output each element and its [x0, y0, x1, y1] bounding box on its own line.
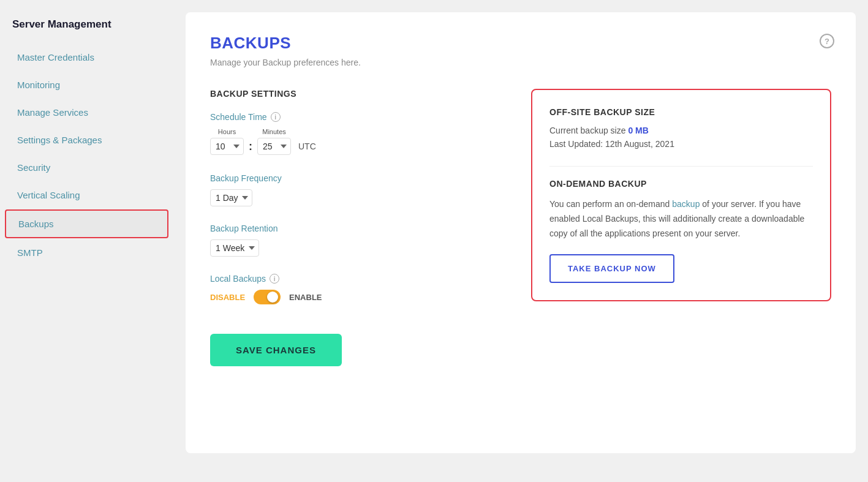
sidebar-item-monitoring[interactable]: Monitoring	[5, 72, 168, 98]
page-title: BACKUPS	[210, 34, 831, 53]
schedule-time-label: Schedule Time i	[210, 112, 507, 122]
offsite-heading: OFF-SITE BACKUP SIZE	[549, 107, 813, 117]
backup-retention-label: Backup Retention	[210, 224, 507, 233]
local-backups-info-icon[interactable]: i	[270, 274, 279, 284]
sidebar-item-backups[interactable]: Backups	[5, 209, 168, 238]
sidebar-item-master-credentials[interactable]: Master Credentials	[5, 44, 168, 70]
enable-label: ENABLE	[289, 293, 322, 302]
ondemand-highlight: backup	[672, 199, 700, 209]
minutes-label: Minutes	[262, 128, 286, 135]
hours-label: Hours	[218, 128, 236, 135]
local-backups-toggle-row: DISABLE ENABLE	[210, 290, 507, 304]
sidebar-item-smtp[interactable]: SMTP	[5, 239, 168, 266]
left-column: BACKUP SETTINGS Schedule Time i Hours 10	[210, 89, 507, 366]
sidebar: Server Management Master Credentials Mon…	[0, 0, 173, 482]
backup-updated-text: Last Updated: 12th August, 2021	[549, 139, 813, 149]
sidebar-item-security[interactable]: Security	[5, 154, 168, 181]
offsite-divider	[549, 166, 813, 167]
help-icon[interactable]: ?	[820, 34, 834, 48]
sidebar-item-manage-services[interactable]: Manage Services	[5, 99, 168, 126]
schedule-time-group: Schedule Time i Hours 10 : Minutes	[210, 112, 507, 155]
backup-retention-select[interactable]: 1 Week	[210, 239, 259, 257]
hours-group: Hours 10	[210, 128, 244, 155]
ondemand-heading: ON-DEMAND BACKUP	[549, 179, 813, 189]
time-separator: :	[249, 140, 252, 153]
local-backups-label: Local Backups i	[210, 274, 507, 284]
two-col-layout: BACKUP SETTINGS Schedule Time i Hours 10	[210, 89, 831, 366]
save-changes-button[interactable]: SAVE CHANGES	[210, 334, 342, 366]
page-subtitle: Manage your Backup preferences here.	[210, 58, 831, 67]
backup-size-value: 0 MB	[628, 126, 648, 135]
disable-label: DISABLE	[210, 293, 245, 302]
ondemand-description: You can perform an on-demand backup of y…	[549, 197, 813, 241]
backup-retention-group: Backup Retention 1 Week	[210, 224, 507, 257]
backup-frequency-group: Backup Frequency 1 Day	[210, 173, 507, 206]
toggle-thumb	[267, 292, 278, 303]
minutes-group: Minutes 25	[257, 128, 291, 155]
backup-size-text: Current backup size 0 MB	[549, 126, 813, 135]
backup-frequency-select[interactable]: 1 Day	[210, 189, 252, 206]
hours-select[interactable]: 10	[210, 138, 244, 155]
time-row: Hours 10 : Minutes 25 UTC	[210, 128, 507, 155]
content-card: ? BACKUPS Manage your Backup preferences…	[186, 12, 856, 453]
sidebar-item-vertical-scaling[interactable]: Vertical Scaling	[5, 182, 168, 208]
minutes-select[interactable]: 25	[257, 138, 291, 155]
sidebar-item-settings-packages[interactable]: Settings & Packages	[5, 127, 168, 153]
schedule-time-info-icon[interactable]: i	[271, 112, 281, 122]
backup-frequency-label: Backup Frequency	[210, 173, 507, 183]
offsite-card: OFF-SITE BACKUP SIZE Current backup size…	[531, 89, 831, 301]
main-content: ? BACKUPS Manage your Backup preferences…	[173, 0, 868, 482]
local-backups-group: Local Backups i DISABLE ENABLE	[210, 274, 507, 304]
backup-settings-heading: BACKUP SETTINGS	[210, 89, 507, 99]
take-backup-now-button[interactable]: TAKE BACKUP NOW	[549, 254, 674, 283]
utc-label: UTC	[298, 141, 316, 151]
right-column: OFF-SITE BACKUP SIZE Current backup size…	[531, 89, 831, 366]
sidebar-title: Server Management	[0, 18, 173, 43]
local-backups-toggle[interactable]	[254, 290, 281, 304]
